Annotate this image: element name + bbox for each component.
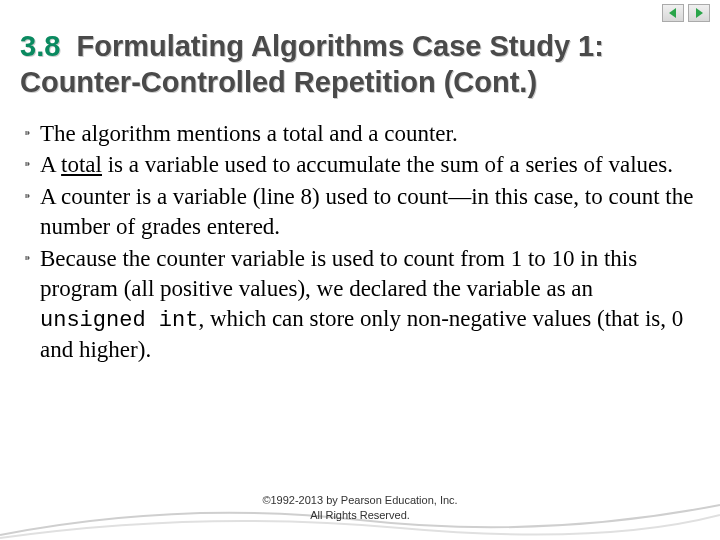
bullet-text: The algorithm mentions a total and a cou…: [40, 119, 696, 149]
list-item: ⁍ A total is a variable used to accumula…: [24, 150, 696, 180]
slide-title: 3.8 Formulating Algorithms Case Study 1:…: [0, 0, 720, 111]
section-number: 3.8: [20, 30, 60, 62]
triangle-left-icon: [667, 7, 679, 19]
footer: ©1992-2013 by Pearson Education, Inc. Al…: [0, 493, 720, 522]
prev-button[interactable]: [662, 4, 684, 22]
bullet-icon: ⁍: [24, 150, 40, 172]
bullet-text: A counter is a variable (line 8) used to…: [40, 182, 696, 242]
text-fragment: A: [40, 152, 61, 177]
section-text: Formulating Algorithms Case Study 1: Cou…: [20, 30, 604, 98]
bullet-text: Because the counter variable is used to …: [40, 244, 696, 365]
copyright-line1: ©1992-2013 by Pearson Education, Inc.: [262, 494, 457, 506]
next-button[interactable]: [688, 4, 710, 22]
list-item: ⁍ A counter is a variable (line 8) used …: [24, 182, 696, 242]
copyright-line2: All Rights Reserved.: [0, 508, 720, 522]
list-item: ⁍ The algorithm mentions a total and a c…: [24, 119, 696, 149]
nav-buttons: [662, 4, 710, 22]
triangle-right-icon: [693, 7, 705, 19]
code-term: unsigned int: [40, 308, 198, 333]
underlined-term: total: [61, 152, 102, 177]
bullet-icon: ⁍: [24, 182, 40, 204]
bullet-icon: ⁍: [24, 244, 40, 266]
text-fragment: is a variable used to accumulate the sum…: [102, 152, 673, 177]
slide-content: ⁍ The algorithm mentions a total and a c…: [0, 111, 720, 366]
list-item: ⁍ Because the counter variable is used t…: [24, 244, 696, 365]
bullet-text: A total is a variable used to accumulate…: [40, 150, 696, 180]
text-fragment: Because the counter variable is used to …: [40, 246, 637, 301]
bullet-icon: ⁍: [24, 119, 40, 141]
